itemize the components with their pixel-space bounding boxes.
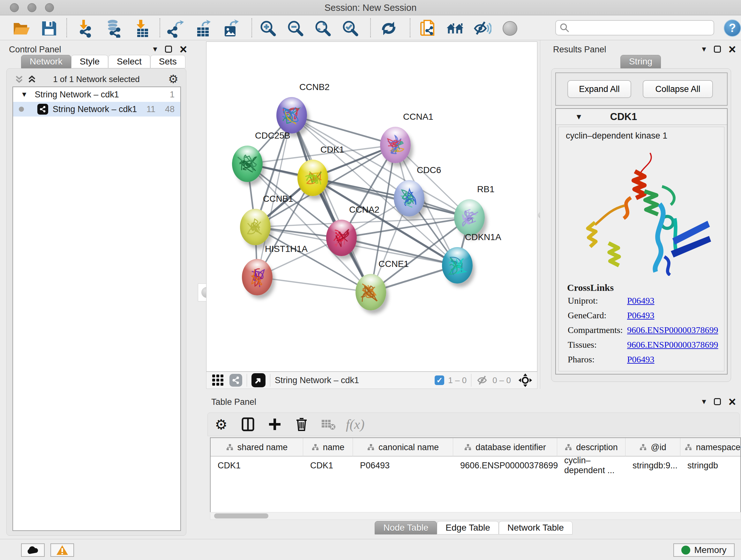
tab-select[interactable]: Select <box>108 55 150 68</box>
expand-all-button[interactable]: Expand All <box>567 80 631 98</box>
pan-crosshair-icon[interactable] <box>518 373 533 388</box>
export-network-button[interactable] <box>167 19 185 37</box>
table-header-row: shared namenamecanonical namedatabase id… <box>211 438 741 456</box>
table-cell[interactable]: P06493 <box>353 456 453 475</box>
results-panel-title: Results Panel <box>553 45 606 55</box>
table-row[interactable]: CDK1CDK1P064939606.ENSP00000378699cyclin… <box>211 456 741 475</box>
table-cell[interactable]: stringdb:9... <box>625 456 680 475</box>
network-node-CDC6[interactable] <box>394 180 424 216</box>
export-image-button[interactable] <box>222 19 240 37</box>
crosslink-link[interactable]: 9606.ENSP00000378699 <box>627 325 718 335</box>
cloud-status-button[interactable] <box>21 543 45 557</box>
tab-string[interactable]: String <box>620 55 661 68</box>
memory-button[interactable]: Memory <box>673 543 735 557</box>
create-column-button[interactable] <box>261 418 288 431</box>
column-header-shared-name[interactable]: shared name <box>211 438 303 456</box>
export-table-button[interactable] <box>195 19 212 37</box>
clone-network-button[interactable] <box>419 19 436 37</box>
crosslink-label: GeneCard: <box>568 310 606 320</box>
network-node-CCNA1[interactable] <box>380 127 411 163</box>
column-header-namespace[interactable]: namespace <box>680 438 741 456</box>
tab-edge-table[interactable]: Edge Table <box>437 521 499 535</box>
delete-column-button[interactable] <box>288 417 315 431</box>
table-cell[interactable]: 9606.ENSP00000378699 <box>453 456 557 475</box>
zoom-fit-button[interactable] <box>314 19 332 37</box>
crosslink-row: GeneCard:P06493 <box>559 310 724 325</box>
search-field[interactable] <box>555 20 714 36</box>
network-node-HIST1H1A[interactable] <box>242 259 273 295</box>
network-view-icon[interactable] <box>229 374 242 387</box>
tab-sets[interactable]: Sets <box>150 55 185 68</box>
panel-menu-icon[interactable]: ▾ <box>702 44 706 54</box>
panel-close-icon[interactable]: × <box>729 46 736 53</box>
network-node-CCNB2[interactable] <box>276 97 307 133</box>
crosslink-link[interactable]: P06493 <box>627 296 655 306</box>
table-settings-button[interactable]: ⚙ <box>208 416 234 433</box>
column-header-description[interactable]: description <box>557 438 625 456</box>
scrollbar-thumb[interactable] <box>214 513 268 518</box>
warning-status-button[interactable] <box>51 543 74 557</box>
table-cell[interactable]: CDK1 <box>303 456 353 475</box>
tab-node-table[interactable]: Node Table <box>375 521 437 535</box>
collapse-all-button[interactable]: Collapse All <box>643 80 713 98</box>
zoom-selected-button[interactable] <box>341 19 359 37</box>
search-icon <box>560 23 569 33</box>
graphics-details-button[interactable] <box>501 19 519 37</box>
network-node-RB1[interactable] <box>454 199 485 236</box>
birds-eye-view-icon[interactable] <box>252 373 266 387</box>
network-node-CDK1[interactable] <box>297 160 328 196</box>
selected-checkbox-icon[interactable]: ✓ <box>434 375 444 385</box>
panel-close-icon[interactable]: × <box>180 46 187 53</box>
zoom-in-button[interactable] <box>259 19 277 37</box>
gene-section-header[interactable]: ▼ CDK1 <box>556 109 727 125</box>
tab-style[interactable]: Style <box>71 55 108 68</box>
import-database-button[interactable] <box>104 19 122 37</box>
network-node-CDC25B[interactable] <box>232 145 263 182</box>
tab-network-table[interactable]: Network Table <box>499 521 572 535</box>
function-builder-button[interactable]: f(x) <box>342 417 368 432</box>
column-header-canonical-name[interactable]: canonical name <box>353 438 453 456</box>
network-row[interactable]: String Network – cdk1 11 48 <box>13 102 180 117</box>
network-canvas[interactable]: CCNB2CCNA1CDC25BCDK1CDC6RB1CCNB1CCNA2CDK… <box>206 42 537 372</box>
section-caret-icon[interactable]: ▼ <box>575 112 583 121</box>
hide-selected-button[interactable] <box>474 19 491 37</box>
string-home-button[interactable] <box>446 19 464 37</box>
grid-view-icon[interactable] <box>212 374 224 387</box>
panel-float-icon[interactable] <box>165 46 172 53</box>
network-collection-row[interactable]: ▼ String Network – cdk1 1 <box>13 87 180 102</box>
search-input[interactable] <box>569 23 706 33</box>
panel-float-icon[interactable] <box>714 398 721 405</box>
save-session-button[interactable] <box>40 19 58 37</box>
import-table-button[interactable] <box>133 19 151 37</box>
tab-network[interactable]: Network <box>21 55 71 68</box>
table-cell[interactable]: CDK1 <box>211 456 303 475</box>
network-node-CDKN1A[interactable] <box>442 247 473 284</box>
column-header-name[interactable]: name <box>303 438 353 456</box>
column-header-@id[interactable]: @id <box>625 438 680 456</box>
crosslink-link[interactable]: 9606.ENSP00000378699 <box>627 340 718 350</box>
help-button[interactable]: ? <box>724 19 741 37</box>
tree-expander-icon[interactable]: ▼ <box>21 90 28 99</box>
panel-menu-icon[interactable]: ▾ <box>153 44 157 54</box>
table-cell[interactable]: cyclin–dependent ... <box>557 456 625 475</box>
table-cell[interactable]: stringdb <box>680 456 741 475</box>
import-network-button[interactable] <box>75 19 93 37</box>
crosslink-link[interactable]: P06493 <box>627 310 655 320</box>
apply-layout-button[interactable] <box>380 19 398 37</box>
panel-menu-icon[interactable]: ▾ <box>702 396 706 407</box>
panel-close-icon[interactable]: × <box>729 398 736 405</box>
delete-table-button[interactable] <box>315 419 342 430</box>
network-node-CCNA2[interactable] <box>326 220 357 256</box>
gear-icon[interactable]: ⚙ <box>168 72 179 86</box>
toolbar-divider <box>270 374 270 387</box>
panel-float-icon[interactable] <box>714 46 721 53</box>
horizontal-scrollbar[interactable] <box>210 512 741 520</box>
protein-thumbnail <box>240 209 271 245</box>
zoom-out-button[interactable] <box>286 19 305 37</box>
open-session-button[interactable] <box>13 19 30 37</box>
column-header-database-identifier[interactable]: database identifier <box>453 438 557 456</box>
crosslink-link[interactable]: P06493 <box>627 354 655 365</box>
network-node-CCNB1[interactable] <box>240 209 271 245</box>
show-columns-button[interactable] <box>234 417 261 431</box>
network-node-CCNE1[interactable] <box>355 274 386 310</box>
